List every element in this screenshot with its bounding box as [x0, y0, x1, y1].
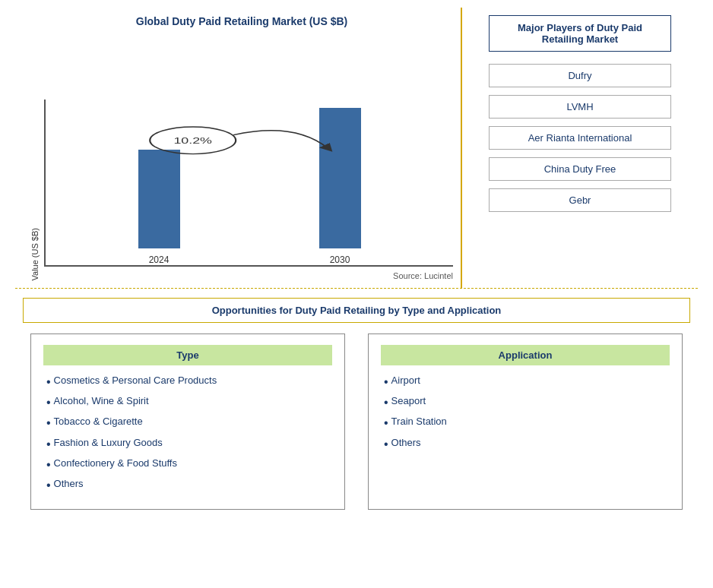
bullet-4: •: [46, 457, 51, 472]
bar-group-2030: 2030: [319, 108, 361, 265]
bar-label-2024: 2024: [149, 254, 170, 265]
chart-section: Global Duty Paid Retailing Market (US $B…: [15, 8, 462, 288]
app-bullet-2: •: [384, 416, 388, 430]
player-aer-rianta: Aer Rianta International: [489, 126, 671, 150]
top-section: Global Duty Paid Retailing Market (US $B…: [15, 8, 698, 289]
bar-2030: [319, 108, 361, 248]
app-bullet-1: •: [384, 395, 388, 409]
bar-2024: [138, 150, 180, 248]
app-item-3: • Others: [381, 437, 670, 451]
bar-group-2024: 2024: [138, 150, 180, 265]
bullet-3: •: [46, 437, 51, 451]
type-column: Type • Cosmetics & Personal Care Product…: [30, 334, 345, 510]
bar-label-2030: 2030: [330, 254, 350, 265]
player-lvmh: LVMH: [489, 95, 671, 119]
bottom-section: Opportunities for Duty Paid Retailing by…: [15, 289, 698, 580]
type-item-0: • Cosmetics & Personal Care Products: [43, 375, 332, 389]
chart-inner: 10.2% 2024 2030 Source: Lucintel: [44, 100, 453, 280]
app-item-0: • Airport: [381, 375, 670, 389]
app-item-1: • Seaport: [381, 395, 670, 409]
player-china-duty-free: China Duty Free: [489, 157, 671, 181]
application-column: Application • Airport • Seaport • Train …: [368, 334, 683, 510]
main-container: Global Duty Paid Retailing Market (US $B…: [0, 0, 713, 588]
player-gebr: Gebr: [489, 188, 671, 212]
y-axis-label: Value (US $B): [30, 228, 40, 281]
type-header: Type: [43, 345, 332, 365]
chart-area: Value (US $B): [30, 33, 453, 280]
type-item-5: • Others: [43, 478, 332, 492]
bars-container: 10.2% 2024 2030: [44, 100, 453, 267]
opportunities-title: Opportunities for Duty Paid Retailing by…: [23, 298, 690, 323]
svg-text:10.2%: 10.2%: [173, 137, 212, 146]
bullet-5: •: [46, 478, 51, 492]
type-item-1: • Alcohol, Wine & Spirit: [43, 395, 332, 409]
app-bullet-0: •: [384, 375, 388, 389]
opp-content: Type • Cosmetics & Personal Care Product…: [23, 334, 690, 510]
players-title: Major Players of Duty Paid Retailing Mar…: [489, 15, 671, 52]
bullet-1: •: [46, 395, 51, 409]
application-header: Application: [381, 345, 670, 365]
app-item-2: • Train Station: [381, 416, 670, 430]
player-dufry: Dufry: [489, 64, 671, 87]
chart-title: Global Duty Paid Retailing Market (US $B…: [136, 15, 348, 27]
source-text: Source: Lucintel: [44, 271, 453, 280]
type-item-3: • Fashion & Luxury Goods: [43, 437, 332, 451]
bullet-0: •: [46, 375, 51, 389]
type-item-2: • Tobacco & Cigarette: [43, 416, 332, 430]
app-bullet-3: •: [384, 437, 388, 451]
bullet-2: •: [46, 416, 51, 430]
players-section: Major Players of Duty Paid Retailing Mar…: [462, 8, 698, 288]
type-item-4: • Confectionery & Food Stuffs: [43, 457, 332, 472]
